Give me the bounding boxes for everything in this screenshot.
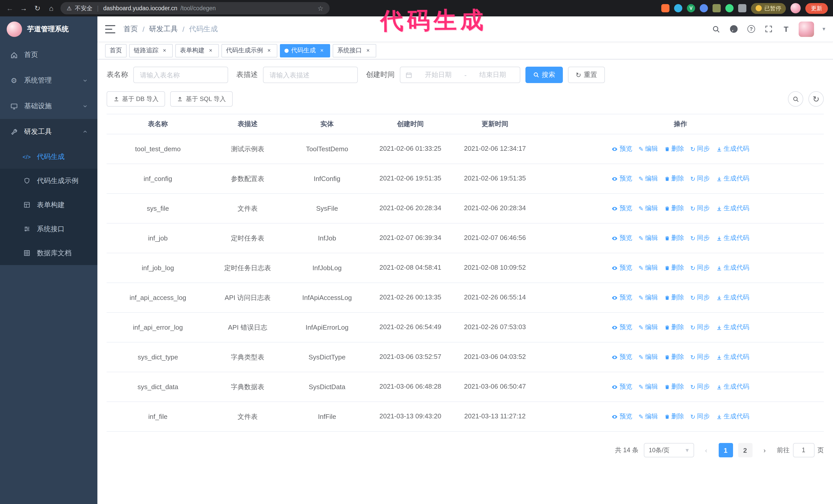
edit-link[interactable]: ✎ 编辑 bbox=[639, 174, 658, 183]
edit-link[interactable]: ✎ 编辑 bbox=[639, 234, 658, 242]
generate-code-link[interactable]: 生成代码 bbox=[716, 234, 749, 242]
sidebar-item-system[interactable]: ⚙ 系统管理 bbox=[0, 68, 97, 93]
user-avatar[interactable] bbox=[799, 21, 814, 37]
close-icon[interactable]: × bbox=[265, 47, 273, 54]
table-name-input[interactable] bbox=[133, 67, 228, 83]
tag-form-builder[interactable]: 表单构建 × bbox=[175, 44, 219, 57]
delete-link[interactable]: 删除 bbox=[664, 293, 684, 302]
breadcrumb-devtools[interactable]: 研发工具 bbox=[149, 24, 178, 33]
sidebar-logo[interactable]: 芋道管理系统 bbox=[0, 17, 97, 42]
close-icon[interactable]: × bbox=[318, 47, 326, 54]
browser-back-icon[interactable]: ← bbox=[5, 4, 14, 13]
delete-link[interactable]: 删除 bbox=[664, 323, 684, 332]
delete-link[interactable]: 删除 bbox=[664, 412, 684, 421]
next-page-button[interactable]: › bbox=[757, 443, 772, 457]
reset-button[interactable]: ↻ 重置 bbox=[568, 67, 605, 83]
question-icon[interactable]: ? bbox=[747, 24, 756, 33]
generate-code-link[interactable]: 生成代码 bbox=[716, 174, 749, 183]
sync-link[interactable]: ↻ 同步 bbox=[690, 323, 710, 332]
prev-page-button[interactable]: ‹ bbox=[699, 443, 713, 457]
sidebar-subitem-api[interactable]: 系统接口 bbox=[0, 217, 97, 241]
sync-link[interactable]: ↻ 同步 bbox=[690, 293, 710, 302]
sidebar-subitem-codegen-example[interactable]: 代码生成示例 bbox=[0, 169, 97, 193]
tag-codegen[interactable]: 代码生成 × bbox=[280, 44, 330, 57]
sync-link[interactable]: ↻ 同步 bbox=[690, 264, 710, 272]
sidebar-item-devtools[interactable]: 研发工具 bbox=[0, 119, 97, 145]
tag-api[interactable]: 系统接口 × bbox=[333, 44, 376, 57]
sync-link[interactable]: ↻ 同步 bbox=[690, 204, 710, 213]
browser-forward-icon[interactable]: → bbox=[19, 4, 28, 13]
edit-link[interactable]: ✎ 编辑 bbox=[639, 353, 658, 361]
font-size-icon[interactable]: T bbox=[782, 24, 791, 33]
sidebar-subitem-db-doc[interactable]: 数据库文档 bbox=[0, 241, 97, 265]
tag-home[interactable]: 首页 bbox=[105, 44, 127, 57]
sidebar-item-infra[interactable]: 基础设施 bbox=[0, 93, 97, 119]
preview-link[interactable]: 预览 bbox=[612, 412, 632, 421]
paused-badge[interactable]: 已暂停 bbox=[751, 3, 786, 14]
extension-icon-teal[interactable] bbox=[725, 4, 734, 12]
date-range-picker[interactable]: 开始日期 - 结束日期 bbox=[400, 67, 520, 83]
address-bar[interactable]: ⚠ 不安全 | dashboard.yudao.iocoder.cn/tool/… bbox=[61, 2, 330, 14]
close-icon[interactable]: × bbox=[364, 47, 372, 54]
goto-page-input[interactable] bbox=[793, 443, 814, 457]
close-icon[interactable]: × bbox=[207, 47, 214, 54]
edit-link[interactable]: ✎ 编辑 bbox=[639, 293, 658, 302]
sync-link[interactable]: ↻ 同步 bbox=[690, 234, 710, 242]
preview-link[interactable]: 预览 bbox=[612, 174, 632, 183]
breadcrumb-home[interactable]: 首页 bbox=[123, 24, 138, 33]
fullscreen-icon[interactable] bbox=[764, 24, 773, 33]
search-button[interactable]: 搜索 bbox=[525, 67, 563, 83]
delete-link[interactable]: 删除 bbox=[664, 383, 684, 391]
extension-icon-green-v[interactable]: V bbox=[687, 4, 695, 12]
generate-code-link[interactable]: 生成代码 bbox=[716, 412, 749, 421]
preview-link[interactable]: 预览 bbox=[612, 204, 632, 213]
edit-link[interactable]: ✎ 编辑 bbox=[639, 145, 658, 153]
avatar-caret-icon[interactable]: ▾ bbox=[823, 26, 825, 32]
extension-icon-olive[interactable] bbox=[713, 4, 721, 12]
sidebar-item-home[interactable]: 首页 bbox=[0, 42, 97, 68]
table-desc-input[interactable] bbox=[263, 67, 358, 83]
delete-link[interactable]: 删除 bbox=[664, 234, 684, 242]
page-size-select[interactable]: 10条/页 ▾ bbox=[644, 443, 694, 457]
import-sql-button[interactable]: 基于 SQL 导入 bbox=[170, 91, 233, 106]
preview-link[interactable]: 预览 bbox=[612, 145, 632, 153]
tag-tracing[interactable]: 链路追踪 × bbox=[129, 44, 173, 57]
toggle-search-button[interactable] bbox=[788, 91, 803, 106]
extension-icon-orange[interactable] bbox=[661, 4, 669, 12]
sync-link[interactable]: ↻ 同步 bbox=[690, 174, 710, 183]
extension-icon-puzzle[interactable] bbox=[738, 4, 746, 12]
sync-link[interactable]: ↻ 同步 bbox=[690, 353, 710, 361]
extension-icon-people[interactable] bbox=[700, 4, 708, 12]
edit-link[interactable]: ✎ 编辑 bbox=[639, 323, 658, 332]
hamburger-icon[interactable] bbox=[105, 25, 115, 33]
page-button-1[interactable]: 1 bbox=[718, 443, 733, 457]
sidebar-subitem-codegen[interactable]: </> 代码生成 bbox=[0, 145, 97, 169]
edit-link[interactable]: ✎ 编辑 bbox=[639, 204, 658, 213]
preview-link[interactable]: 预览 bbox=[612, 383, 632, 391]
generate-code-link[interactable]: 生成代码 bbox=[716, 264, 749, 272]
bookmark-star-icon[interactable]: ☆ bbox=[317, 4, 324, 12]
browser-refresh-icon[interactable]: ↻ bbox=[33, 4, 42, 13]
delete-link[interactable]: 删除 bbox=[664, 145, 684, 153]
preview-link[interactable]: 预览 bbox=[612, 353, 632, 361]
close-icon[interactable]: × bbox=[161, 47, 168, 54]
sync-link[interactable]: ↻ 同步 bbox=[690, 145, 710, 153]
preview-link[interactable]: 预览 bbox=[612, 323, 632, 332]
generate-code-link[interactable]: 生成代码 bbox=[716, 323, 749, 332]
browser-home-icon[interactable]: ⌂ bbox=[47, 4, 56, 13]
search-icon[interactable] bbox=[712, 24, 721, 33]
extension-icon-blue[interactable] bbox=[674, 4, 682, 12]
generate-code-link[interactable]: 生成代码 bbox=[716, 383, 749, 391]
import-db-button[interactable]: 基于 DB 导入 bbox=[106, 91, 165, 106]
update-button[interactable]: 更新 bbox=[805, 3, 828, 14]
browser-profile-avatar[interactable] bbox=[790, 3, 801, 13]
edit-link[interactable]: ✎ 编辑 bbox=[639, 264, 658, 272]
refresh-table-button[interactable]: ↻ bbox=[808, 91, 824, 106]
delete-link[interactable]: 删除 bbox=[664, 174, 684, 183]
delete-link[interactable]: 删除 bbox=[664, 264, 684, 272]
generate-code-link[interactable]: 生成代码 bbox=[716, 145, 749, 153]
edit-link[interactable]: ✎ 编辑 bbox=[639, 412, 658, 421]
preview-link[interactable]: 预览 bbox=[612, 234, 632, 242]
github-icon[interactable] bbox=[729, 24, 738, 33]
sidebar-subitem-form-builder[interactable]: 表单构建 bbox=[0, 193, 97, 217]
